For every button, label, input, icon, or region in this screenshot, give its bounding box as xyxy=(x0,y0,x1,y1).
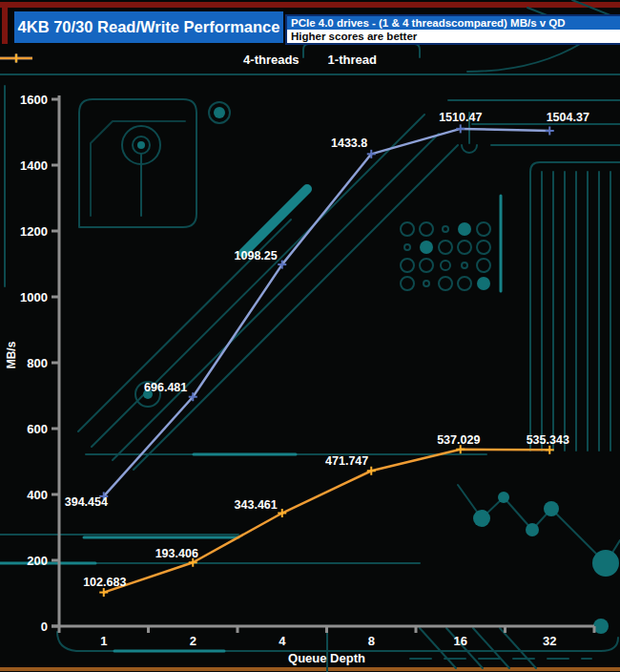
x-tick-label: 32 xyxy=(543,634,556,648)
x-tick-label: 4 xyxy=(279,634,286,648)
x-tick-label: 1 xyxy=(100,634,107,648)
y-tick-label: 1600 xyxy=(20,93,48,107)
data-label-4-threads: 1510.47 xyxy=(439,111,482,124)
chart-subhead-block: PCIe 4.0 drives - (1 & 4 threadscompared… xyxy=(285,14,620,45)
y-tick-label: 600 xyxy=(27,422,48,436)
x-tick-label: 16 xyxy=(454,634,467,648)
y-tick-label: 1200 xyxy=(20,224,48,239)
series-line-4-threads xyxy=(104,129,550,496)
x-tick-label: 8 xyxy=(368,634,375,648)
data-label-4-threads: 696.481 xyxy=(144,381,187,394)
benchmark-chart-page: 0200400600800100012001400160012481632MB/… xyxy=(0,0,620,672)
data-label-1-thread: 537.029 xyxy=(437,433,480,447)
data-label-1-thread: 102.683 xyxy=(83,576,126,589)
data-label-1-thread: 193.406 xyxy=(155,547,198,560)
y-tick-label: 400 xyxy=(27,488,48,502)
y-tick-label: 1400 xyxy=(20,158,48,173)
chart-note: Higher scores are better xyxy=(287,30,620,43)
y-tick-label: 0 xyxy=(41,620,48,634)
data-label-1-thread: 471.747 xyxy=(325,454,368,468)
y-tick-label: 800 xyxy=(27,356,48,370)
series-line-1-thread xyxy=(104,450,550,593)
legend-marker-1-thread-icon xyxy=(0,52,32,64)
chart-title: 4KB 70/30 Read/Write Performance xyxy=(14,11,283,43)
chart-subtitle: PCIe 4.0 drives - (1 & 4 threadscompared… xyxy=(287,16,620,30)
x-tick-label: 2 xyxy=(190,634,196,648)
legend-label-4-threads: 4-threads xyxy=(243,52,300,67)
legend-item-4-threads: 4-threads xyxy=(243,52,300,67)
legend-item-1-thread: 1-thread xyxy=(328,52,377,67)
data-label-1-thread: 343.461 xyxy=(235,498,278,512)
data-label-4-threads: 1098.25 xyxy=(235,249,278,262)
chart-canvas: 0200400600800100012001400160012481632MB/… xyxy=(0,0,620,672)
legend-label-1-thread: 1-thread xyxy=(328,52,377,67)
data-label-4-threads: 1504.37 xyxy=(547,111,589,124)
data-label-1-thread: 535.343 xyxy=(527,433,569,447)
data-label-4-threads: 1433.8 xyxy=(331,136,367,150)
y-tick-label: 1000 xyxy=(20,290,48,304)
x-axis-title: Queue Depth xyxy=(288,651,365,665)
data-label-4-threads: 394.454 xyxy=(65,495,108,509)
y-axis-title: MB/s xyxy=(5,341,18,368)
chart-legend: 4-threads 1-thread xyxy=(0,52,620,67)
y-tick-label: 200 xyxy=(27,554,48,568)
